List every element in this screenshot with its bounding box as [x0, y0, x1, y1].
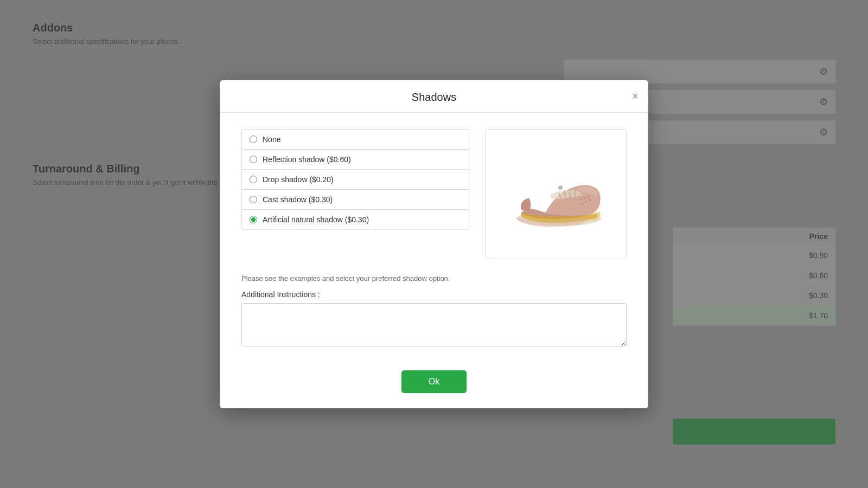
option-cast-label: Cast shadow ($0.30) [263, 195, 333, 204]
modal-close-button[interactable]: × [632, 91, 639, 101]
option-artificial-label: Artificial natural shadow ($0.30) [263, 215, 369, 224]
additional-instructions-label: Additional Instructions : [241, 290, 627, 299]
svg-point-11 [558, 185, 563, 190]
option-none-label: None [263, 135, 280, 144]
ok-button[interactable]: Ok [401, 370, 467, 393]
svg-point-7 [587, 196, 589, 198]
modal-body: None Reflection shadow ($0.60) Drop shad… [220, 113, 648, 362]
svg-point-10 [589, 199, 591, 201]
shadow-preview-panel [486, 129, 627, 259]
modal-footer: Ok [220, 362, 648, 408]
svg-point-9 [585, 201, 587, 203]
radio-drop[interactable] [250, 176, 257, 183]
content-row: None Reflection shadow ($0.60) Drop shad… [241, 129, 627, 259]
shadows-modal: Shadows × None Reflection shadow ($0.60) [220, 80, 648, 408]
svg-point-5 [579, 198, 582, 201]
modal-header: Shadows × [220, 80, 648, 113]
modal-overlay: Shadows × None Reflection shadow ($0.60) [0, 0, 868, 488]
option-artificial[interactable]: Artificial natural shadow ($0.30) [241, 209, 469, 230]
option-reflection-label: Reflection shadow ($0.60) [263, 155, 351, 164]
option-drop[interactable]: Drop shadow ($0.20) [241, 169, 469, 189]
option-none[interactable]: None [241, 129, 469, 149]
option-reflection[interactable]: Reflection shadow ($0.60) [241, 149, 469, 169]
shoe-image [502, 151, 610, 237]
radio-artificial[interactable] [250, 216, 257, 223]
svg-point-6 [583, 197, 585, 199]
shadow-options-panel: None Reflection shadow ($0.60) Drop shad… [241, 129, 469, 259]
radio-cast[interactable] [250, 196, 257, 203]
info-text: Please see the examples and select your … [241, 274, 627, 282]
radio-reflection[interactable] [250, 156, 257, 163]
modal-title: Shadows [412, 91, 456, 104]
option-drop-label: Drop shadow ($0.20) [263, 175, 334, 184]
radio-none[interactable] [250, 136, 257, 143]
svg-point-8 [581, 202, 583, 204]
option-cast[interactable]: Cast shadow ($0.30) [241, 189, 469, 209]
additional-instructions-textarea[interactable] [241, 303, 627, 346]
